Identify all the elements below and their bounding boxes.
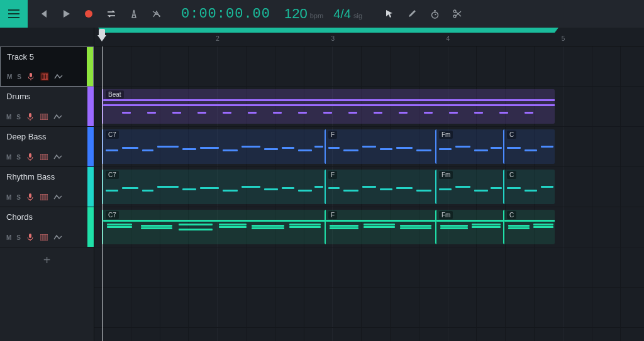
loop-button[interactable] (102, 4, 121, 23)
arm-record-button[interactable] (26, 153, 35, 161)
record-button[interactable] (79, 4, 98, 23)
mute-button[interactable]: M (6, 154, 11, 161)
input-keys-button[interactable] (40, 233, 48, 242)
track-buttons: M S (6, 153, 81, 161)
track-header[interactable]: Rhythm Bass M S (0, 167, 94, 207)
input-keys-button[interactable] (40, 193, 48, 202)
midi-clip[interactable]: F (325, 210, 435, 244)
grid-line (448, 247, 448, 287)
track-lane[interactable]: C7FFmC (94, 167, 644, 207)
midi-note (330, 225, 358, 227)
track-buttons: M S (6, 193, 81, 202)
solo-button[interactable]: S (16, 234, 21, 241)
midi-clip[interactable]: C (503, 210, 555, 244)
midi-clip[interactable]: C7 (102, 170, 325, 204)
mute-button[interactable]: M (6, 194, 11, 201)
arm-record-button[interactable] (26, 72, 35, 81)
input-keys-button[interactable] (40, 72, 49, 81)
main-toolbar: 0:00:00.00 120 bpm 4/4 sig (0, 0, 644, 28)
track-header[interactable]: Track 5 M S (0, 46, 94, 87)
midi-note (440, 225, 468, 227)
grid-line (476, 288, 477, 327)
playhead-handle[interactable] (97, 35, 106, 41)
midi-clip[interactable]: F (325, 170, 435, 204)
scissors-tool[interactable] (448, 4, 467, 23)
solo-button[interactable]: S (17, 73, 21, 80)
automation-button[interactable] (54, 72, 63, 81)
menu-button[interactable] (0, 0, 28, 28)
mute-button[interactable]: M (6, 114, 11, 121)
track-lane[interactable] (94, 328, 644, 341)
midi-clip[interactable]: C (503, 129, 555, 164)
track-name-label[interactable]: Rhythm Bass (6, 172, 81, 181)
track-header[interactable]: Drums M S (0, 87, 94, 127)
midi-note (330, 227, 358, 229)
arrange-view[interactable]: 2345 BeatC7FFmCC7FFmCC7FFmC (94, 28, 644, 341)
midi-clip[interactable]: Beat (102, 89, 555, 124)
midi-note (533, 224, 553, 225)
automation-button[interactable] (53, 112, 62, 121)
bpm-value: 120 (284, 6, 308, 22)
track-lane[interactable] (94, 46, 644, 87)
track-name-label[interactable]: Chords (6, 212, 81, 222)
arm-record-button[interactable] (26, 112, 35, 121)
track-header[interactable]: Deep Bass M S (0, 127, 94, 167)
midi-clip[interactable]: C7 (102, 210, 325, 244)
midi-note (541, 186, 553, 188)
input-keys-button[interactable] (40, 112, 48, 121)
automation-button[interactable] (53, 193, 62, 202)
clip-label: C7 (106, 211, 119, 219)
loop-region[interactable] (102, 28, 555, 33)
midi-preview (103, 219, 325, 241)
solo-button[interactable]: S (16, 194, 21, 201)
track-name-label[interactable]: Drums (6, 92, 81, 101)
midi-note (223, 112, 231, 114)
track-lane[interactable] (94, 288, 644, 328)
track-lane[interactable]: Beat (94, 87, 644, 127)
grid-line (476, 247, 477, 287)
automation-button[interactable] (53, 153, 62, 161)
ruler-number: 2 (216, 35, 219, 42)
midi-clip[interactable]: C (503, 170, 555, 204)
svg-rect-5 (30, 73, 32, 77)
pointer-tool[interactable] (380, 4, 399, 23)
track-name-label[interactable]: Deep Bass (6, 132, 81, 141)
metronome-button[interactable] (125, 4, 143, 23)
midi-clip[interactable]: C7 (102, 129, 325, 164)
midi-clip[interactable]: Fm (435, 210, 503, 244)
timeline-ruler[interactable]: 2345 (94, 28, 644, 46)
track-lane[interactable]: C7FFmC (94, 127, 644, 167)
grid-line (592, 87, 592, 126)
grid-line (275, 328, 275, 341)
add-track-button[interactable]: + (0, 247, 94, 273)
stopwatch-tool[interactable] (425, 4, 444, 23)
input-keys-button[interactable] (40, 153, 48, 161)
svg-rect-25 (29, 234, 31, 238)
time-display[interactable]: 0:00:00.00 (172, 6, 279, 22)
skip-start-button[interactable] (34, 4, 53, 23)
pencil-tool[interactable] (402, 4, 421, 23)
midi-clip[interactable]: Fm (435, 170, 503, 204)
track-name-label[interactable]: Track 5 (7, 52, 80, 62)
countdown-button[interactable] (147, 4, 166, 23)
track-lane[interactable]: C7FFmC (94, 207, 644, 247)
play-button[interactable] (57, 4, 75, 23)
grid-line (304, 46, 304, 86)
midi-clip[interactable]: F (325, 129, 435, 164)
midi-note (200, 187, 219, 189)
mute-button[interactable]: M (7, 73, 12, 80)
midi-clip[interactable]: Fm (435, 129, 503, 164)
playhead-line (102, 46, 103, 341)
arm-record-button[interactable] (26, 233, 35, 242)
automation-button[interactable] (53, 233, 62, 242)
bpm-display[interactable]: 120 bpm (279, 6, 328, 22)
grid-line (160, 247, 160, 287)
daw-app: 0:00:00.00 120 bpm 4/4 sig Track 5 M S (0, 0, 644, 341)
mute-button[interactable]: M (6, 234, 11, 241)
track-lane[interactable] (94, 247, 644, 288)
solo-button[interactable]: S (16, 154, 21, 161)
solo-button[interactable]: S (16, 114, 21, 121)
arm-record-button[interactable] (26, 193, 35, 202)
track-header[interactable]: Chords M S (0, 207, 94, 247)
timesig-display[interactable]: 4/4 sig (328, 7, 367, 21)
